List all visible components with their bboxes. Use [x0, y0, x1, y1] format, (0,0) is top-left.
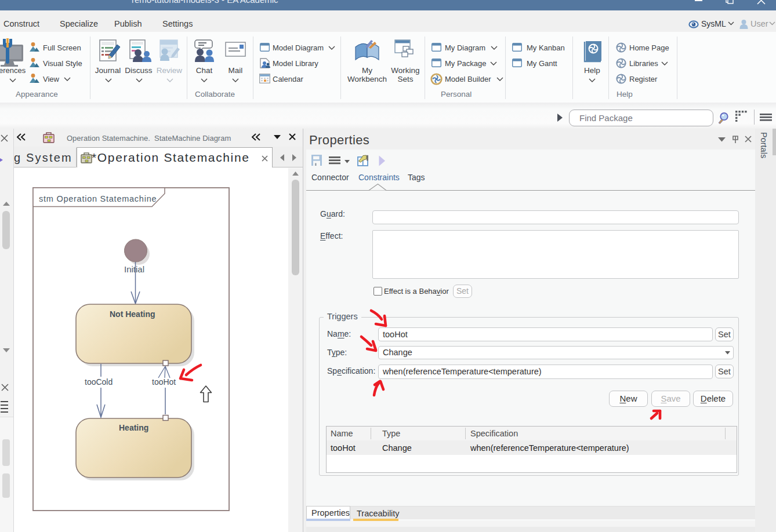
svg-text:Heating: Heating — [119, 423, 148, 432]
svg-text:stm Operation Statemachine: stm Operation Statemachine — [39, 194, 157, 203]
svg-text:tooCold: tooCold — [85, 377, 113, 387]
svg-text:tooHot: tooHot — [152, 377, 176, 387]
svg-text:Not Heating: Not Heating — [110, 309, 155, 319]
svg-text:Initial: Initial — [124, 264, 144, 274]
